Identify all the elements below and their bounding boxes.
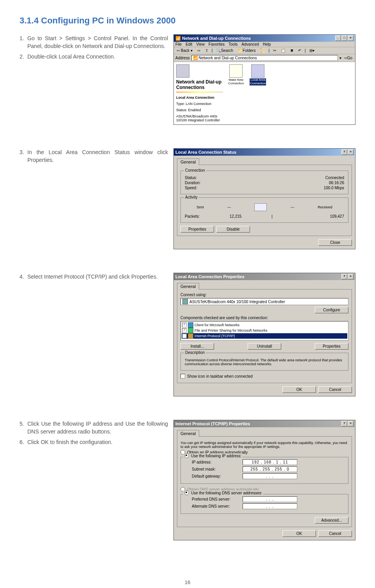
step-text: Select Internet Protocol (TCP/IP) and cl… xyxy=(27,273,168,281)
components-list[interactable]: ✓Client for Microsoft Networks ✓File and… xyxy=(180,321,348,341)
page-number: 16 xyxy=(20,579,355,585)
close-button[interactable]: Close xyxy=(318,239,352,246)
step-text: Click OK to finish the configuration. xyxy=(27,438,168,446)
install-button[interactable]: Install... xyxy=(180,343,214,350)
intro-text: You can get IP settings assigned automat… xyxy=(180,441,348,449)
adapter-field: ASUSTeK/Broadcom 440x 10/100 Integrated … xyxy=(180,298,348,305)
info-status: Status: Enabled xyxy=(176,108,223,112)
description-label: Description xyxy=(184,350,206,355)
dialog-title: Internet Protocol (TCP/IP) Properties xyxy=(175,421,250,426)
dialog-title: Local Area Connection Status xyxy=(175,150,236,155)
gateway-input[interactable]: . . . xyxy=(243,473,297,479)
make-new-connection-icon[interactable]: Make New Connection xyxy=(228,64,244,122)
close-icon[interactable]: × xyxy=(348,36,354,41)
radio-use-dns[interactable]: Use the following DNS server addresses: xyxy=(183,490,263,495)
uninstall-button[interactable]: Uninstall xyxy=(248,343,281,350)
activity-icon xyxy=(254,203,267,211)
cancel-button[interactable]: Cancel xyxy=(318,386,352,393)
step-num: 1. xyxy=(20,34,27,50)
description-text: Transmission Control Protocol/Internet P… xyxy=(185,358,344,366)
info-name: Local Area Connection xyxy=(176,96,223,99)
advanced-button[interactable]: Advanced... xyxy=(315,517,348,524)
cancel-button[interactable]: Cancel xyxy=(318,530,352,537)
help-icon[interactable]: ? xyxy=(341,149,347,155)
info-type: Type: LAN Connection xyxy=(176,102,223,106)
tcpip-dialog: Internet Protocol (TCP/IP) Properties ? … xyxy=(173,420,355,540)
step-num: 5. xyxy=(20,420,27,436)
properties-button[interactable]: Properties xyxy=(315,343,348,350)
window-title: 📶 Network and Dial-up Connections xyxy=(175,36,251,41)
preferred-dns-input[interactable]: . . . xyxy=(243,496,297,502)
step-text: In the Local Area Connection Status wind… xyxy=(27,148,168,164)
show-icon-checkbox[interactable]: Show icon in taskbar when connected xyxy=(180,374,348,378)
folder-icon xyxy=(176,64,189,78)
step-text: Double-click Local Area Connection. xyxy=(27,53,168,60)
local-area-connection-icon[interactable]: Local Area Connection xyxy=(250,64,266,122)
panel-title: Network and Dial-up Connections xyxy=(176,79,223,90)
ip-address-input[interactable]: 192 . 168 . 1 . 11 xyxy=(243,459,297,465)
step-num: 4. xyxy=(20,273,27,281)
close-icon[interactable]: × xyxy=(348,421,354,426)
menu-bar[interactable]: FileEditViewFavoritesToolsAdvancedHelp xyxy=(174,42,355,47)
connect-using-label: Connect using: xyxy=(180,293,348,297)
explorer-window: 📶 Network and Dial-up Connections _ □ × … xyxy=(173,34,355,125)
go-button[interactable]: ⇨Go xyxy=(343,55,354,60)
toolbar[interactable]: ⇦ Back ▾ ⇨ ⇧ | 🔍Search 📁Folders 📜 | ✂📋✖↶… xyxy=(174,47,355,54)
alternate-dns-input[interactable]: . . . xyxy=(243,503,297,509)
tab-general[interactable]: General xyxy=(177,158,199,165)
group-activity: Activity xyxy=(184,195,199,199)
properties-dialog: Local Area Connection Properties ? × Gen… xyxy=(173,273,355,396)
dialog-title: Local Area Connection Properties xyxy=(175,274,245,279)
step-num: 3. xyxy=(20,148,27,164)
components-label: Components checked are used by this conn… xyxy=(180,316,348,320)
step-num: 6. xyxy=(20,438,27,446)
address-label: Address xyxy=(175,56,190,60)
group-connection: Connection xyxy=(184,168,206,172)
close-icon[interactable]: × xyxy=(348,274,354,279)
radio-use-ip[interactable]: Use the following IP address: xyxy=(183,453,243,458)
minimize-icon[interactable]: _ xyxy=(335,36,341,41)
subnet-mask-input[interactable]: 255 . 255 . 255 . 0 xyxy=(243,466,297,472)
configure-button[interactable]: Configure xyxy=(315,307,348,313)
tab-general[interactable]: General xyxy=(177,283,199,290)
step-text: Click Use the following IP address and U… xyxy=(27,420,168,436)
help-icon[interactable]: ? xyxy=(341,421,347,426)
info-adapter: ASUSTeK/Broadcom 440x 10/100 Integrated … xyxy=(176,114,223,122)
help-icon[interactable]: ? xyxy=(341,274,347,279)
ok-button[interactable]: OK xyxy=(282,386,316,393)
status-dialog: Local Area Connection Status ? × General… xyxy=(173,148,355,249)
step-num: 2. xyxy=(20,53,27,60)
maximize-icon[interactable]: □ xyxy=(341,36,347,41)
address-input[interactable]: 📶 Network and Dial-up Connections xyxy=(191,55,338,61)
tab-general[interactable]: General xyxy=(177,430,199,437)
section-heading: 3.1.4 Configuring PC in Windows 2000 xyxy=(20,16,355,26)
close-icon[interactable]: × xyxy=(348,149,354,155)
ok-button[interactable]: OK xyxy=(282,530,316,537)
disable-button[interactable]: Disable xyxy=(216,226,250,233)
properties-button[interactable]: Properties xyxy=(180,226,214,233)
step-text: Go to Start > Settings > Control Panel. … xyxy=(27,34,168,50)
